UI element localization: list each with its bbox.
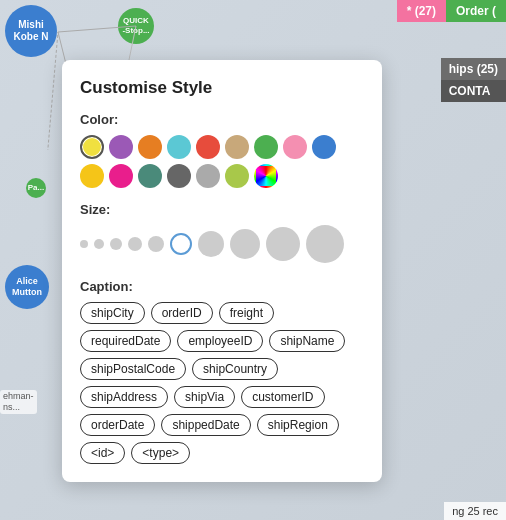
caption-tag-shipRegion[interactable]: shipRegion	[257, 414, 339, 436]
color-section: Color:	[80, 112, 364, 188]
swatch-orange[interactable]	[138, 135, 162, 159]
caption-tag-shipPostalCode[interactable]: shipPostalCode	[80, 358, 186, 380]
tag-ships[interactable]: hips (25)	[441, 58, 506, 80]
color-label: Color:	[80, 112, 364, 127]
swatch-pink-light[interactable]	[283, 135, 307, 159]
size-xxl[interactable]	[170, 233, 192, 255]
swatch-teal[interactable]	[138, 164, 162, 188]
swatch-yellow[interactable]	[80, 135, 104, 159]
caption-tags-container: shipCity orderID freight requiredDate em…	[80, 302, 364, 464]
tag-order[interactable]: Order (	[446, 0, 506, 22]
caption-tag-customerID[interactable]: customerID	[241, 386, 324, 408]
swatch-tan[interactable]	[225, 135, 249, 159]
swatch-gray-dark[interactable]	[167, 164, 191, 188]
swatch-green[interactable]	[254, 135, 278, 159]
caption-tag-requiredDate[interactable]: requiredDate	[80, 330, 171, 352]
swatch-purple[interactable]	[109, 135, 133, 159]
caption-tag-shipName[interactable]: shipName	[269, 330, 345, 352]
bottom-bar: ng 25 rec	[444, 502, 506, 520]
side-label-rehman: ehman-ns...	[0, 390, 37, 414]
node-alice[interactable]: AliceMutton	[5, 265, 49, 309]
swatch-blue[interactable]	[312, 135, 336, 159]
swatch-yellow2[interactable]	[80, 164, 104, 188]
size-xl[interactable]	[148, 236, 164, 252]
swatch-green-light[interactable]	[225, 164, 249, 188]
caption-tag-id[interactable]: <id>	[80, 442, 125, 464]
swatch-cyan[interactable]	[167, 135, 191, 159]
panel-title: Customise Style	[80, 78, 364, 98]
customise-style-panel: Customise Style Color: Size:	[62, 60, 382, 482]
tag-asterisk[interactable]: * (27)	[397, 0, 446, 22]
size-dots	[80, 225, 364, 263]
caption-tag-shipCountry[interactable]: shipCountry	[192, 358, 278, 380]
caption-tag-shippedDate[interactable]: shippedDate	[161, 414, 250, 436]
caption-tag-shipCity[interactable]: shipCity	[80, 302, 145, 324]
size-5xl[interactable]	[266, 227, 300, 261]
size-6xl[interactable]	[306, 225, 344, 263]
swatch-gray-light[interactable]	[196, 164, 220, 188]
color-swatches	[80, 135, 364, 188]
size-label: Size:	[80, 202, 364, 217]
size-md[interactable]	[110, 238, 122, 250]
caption-tag-freight[interactable]: freight	[219, 302, 274, 324]
caption-tag-orderDate[interactable]: orderDate	[80, 414, 155, 436]
swatch-pink2[interactable]	[109, 164, 133, 188]
caption-tag-employeeID[interactable]: employeeID	[177, 330, 263, 352]
swatch-rainbow[interactable]	[254, 164, 278, 188]
tag-contact[interactable]: CONTA	[441, 80, 506, 102]
top-bar: * (27) Order (	[0, 0, 506, 28]
size-lg[interactable]	[128, 237, 142, 251]
caption-tag-orderID[interactable]: orderID	[151, 302, 213, 324]
size-xs[interactable]	[80, 240, 88, 248]
caption-section: Caption: shipCity orderID freight requir…	[80, 279, 364, 464]
caption-tag-type[interactable]: <type>	[131, 442, 190, 464]
caption-label: Caption:	[80, 279, 364, 294]
swatch-red[interactable]	[196, 135, 220, 159]
caption-tag-shipAddress[interactable]: shipAddress	[80, 386, 168, 408]
size-4xl[interactable]	[230, 229, 260, 259]
size-xxxl[interactable]	[198, 231, 224, 257]
size-section: Size:	[80, 202, 364, 263]
node-p1[interactable]: Pa...	[26, 178, 46, 198]
caption-tag-shipVia[interactable]: shipVia	[174, 386, 235, 408]
size-sm[interactable]	[94, 239, 104, 249]
